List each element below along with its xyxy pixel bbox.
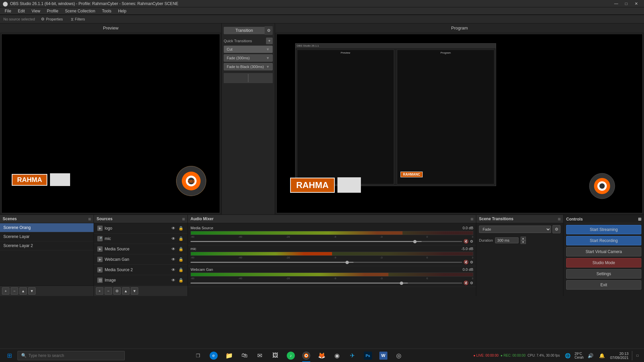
- taskbar-app-taskview[interactable]: ❐: [191, 349, 206, 362]
- transition-settings-button[interactable]: ⚙: [552, 225, 560, 233]
- taskbar-app-mail[interactable]: ✉: [253, 349, 267, 362]
- duration-input[interactable]: [495, 237, 519, 243]
- search-bar[interactable]: 🔍: [17, 351, 125, 360]
- taskbar-app-chrome[interactable]: ◉: [330, 349, 344, 362]
- source-mediasrc2-eye[interactable]: 👁: [170, 266, 177, 273]
- audio-volume-slider-2[interactable]: [191, 262, 462, 263]
- move-scene-down-button[interactable]: ▼: [28, 287, 36, 295]
- move-source-up-button[interactable]: ▲: [122, 287, 129, 295]
- controls-expand-icon[interactable]: ⊞: [638, 217, 641, 222]
- source-settings-button[interactable]: ⚙: [113, 287, 121, 295]
- exit-button[interactable]: Exit: [566, 280, 641, 290]
- close-button[interactable]: ✕: [631, 0, 641, 7]
- source-mediasrc-lock[interactable]: 🔒: [177, 246, 184, 252]
- source-webcam-eye[interactable]: 👁: [170, 256, 177, 263]
- menu-item-help[interactable]: Help: [115, 8, 130, 14]
- move-source-down-button[interactable]: ▼: [131, 287, 138, 295]
- add-source-button[interactable]: +: [96, 287, 103, 295]
- show-desktop-button[interactable]: □: [632, 351, 641, 360]
- source-item-logo[interactable]: ▶ logo 👁 🔒: [94, 223, 187, 234]
- source-item-image[interactable]: 🖼 Image 👁 🔒: [94, 275, 187, 286]
- start-virtual-camera-button[interactable]: Start Virtual Camera: [566, 247, 641, 256]
- audio-mixer-expand-icon[interactable]: ⊞: [471, 217, 473, 221]
- audio-volume-slider-3[interactable]: [191, 283, 462, 284]
- properties-button[interactable]: ⚙ Properties: [39, 16, 65, 22]
- menu-item-file[interactable]: File: [1, 8, 14, 14]
- clock[interactable]: 20:13 07/09/2021: [609, 351, 630, 360]
- scene-item-layar[interactable]: Scerene Layar: [0, 232, 94, 241]
- transition-gear-button[interactable]: ⚙: [265, 26, 273, 35]
- remove-source-button[interactable]: −: [105, 287, 112, 295]
- audio-mute-2[interactable]: 🔇: [464, 260, 469, 264]
- minimize-button[interactable]: —: [611, 0, 621, 7]
- remove-scene-button[interactable]: −: [11, 287, 18, 295]
- cut-transition-button[interactable]: Cut ▼: [224, 46, 273, 53]
- sources-body: ▶ logo 👁 🔒 🎤 mic 👁 🔒 ▶ Media Source: [94, 223, 187, 286]
- source-item-mediasrc2[interactable]: ▶ Media Source 2 👁 🔒: [94, 265, 187, 275]
- source-mic-eye[interactable]: 👁: [170, 235, 177, 242]
- taskbar-app-explorer[interactable]: 📁: [222, 349, 236, 362]
- duration-up-arrow[interactable]: ▲: [521, 237, 526, 240]
- source-logo-eye[interactable]: 👁: [170, 225, 177, 232]
- settings-button[interactable]: Settings: [566, 269, 641, 279]
- source-mediasrc-eye[interactable]: 👁: [170, 246, 177, 252]
- audio-mute-1[interactable]: 🔇: [464, 239, 469, 244]
- notification-icon[interactable]: 🔔: [597, 351, 607, 360]
- source-mediasrc2-lock[interactable]: 🔒: [177, 266, 184, 273]
- fade-black-transition-button[interactable]: Fade to Black (300ms) ▼: [224, 63, 273, 70]
- taskbar-app-store[interactable]: 🛍: [237, 349, 252, 362]
- audio-settings-2[interactable]: ⚙: [470, 260, 473, 264]
- start-button[interactable]: ⊞: [3, 349, 16, 362]
- audio-track-webcam-controls: 🔇 ⚙: [191, 281, 473, 285]
- audio-mute-3[interactable]: 🔇: [464, 281, 469, 285]
- taskbar-app-telegram[interactable]: ✈: [345, 349, 360, 362]
- scene-item-layar2[interactable]: Scerene Layar 2: [0, 241, 94, 250]
- fade-transition-button[interactable]: Fade (300ms) ▼: [224, 54, 273, 62]
- studio-mode-button[interactable]: Studio Mode: [566, 258, 641, 267]
- volume-icon[interactable]: 🔊: [586, 351, 595, 360]
- sources-expand-icon[interactable]: ⊞: [182, 217, 185, 221]
- taskbar-app-photos[interactable]: 🖼: [268, 349, 283, 362]
- start-recording-button[interactable]: Start Recording: [566, 236, 641, 245]
- source-image-eye[interactable]: 👁: [170, 277, 177, 284]
- search-input[interactable]: [29, 353, 121, 358]
- taskbar-app-obs[interactable]: [299, 349, 314, 362]
- audio-volume-slider-1[interactable]: [191, 241, 462, 242]
- maximize-button[interactable]: □: [621, 0, 631, 7]
- source-item-mediasrc[interactable]: ▶ Media Source 👁 🔒: [94, 244, 187, 254]
- taskbar-app-misc[interactable]: ◎: [391, 349, 406, 362]
- source-webcam-lock[interactable]: 🔒: [177, 256, 184, 263]
- source-image-lock[interactable]: 🔒: [177, 277, 184, 284]
- audio-mixer-title: Audio Mixer: [191, 217, 214, 221]
- add-scene-button[interactable]: +: [2, 287, 9, 295]
- network-icon[interactable]: 🌐: [563, 351, 573, 360]
- source-mic-lock[interactable]: 🔒: [177, 235, 184, 242]
- weather-icon[interactable]: 29°C Cerah: [575, 351, 584, 360]
- filters-icon: ⧖: [71, 17, 73, 21]
- scenes-expand-icon[interactable]: ⊞: [88, 217, 91, 221]
- taskbar-app-photoshop[interactable]: Ps: [361, 349, 375, 362]
- source-logo-label: logo: [105, 226, 112, 231]
- menu-item-scene collection[interactable]: Scene Collection: [62, 8, 99, 14]
- menu-item-profile[interactable]: Profile: [44, 8, 62, 14]
- source-item-mic[interactable]: 🎤 mic 👁 🔒: [94, 234, 187, 244]
- start-streaming-button[interactable]: Start Streaming: [566, 225, 641, 234]
- move-scene-up-button[interactable]: ▲: [19, 287, 27, 295]
- menu-item-tools[interactable]: Tools: [99, 8, 115, 14]
- filters-button[interactable]: ⧖ Filters: [69, 16, 87, 22]
- audio-settings-3[interactable]: ⚙: [470, 281, 473, 285]
- taskbar-app-word[interactable]: W: [376, 349, 391, 362]
- scene-item-orang[interactable]: Scerene Orang: [0, 223, 94, 232]
- add-quick-transition-button[interactable]: +: [266, 38, 273, 44]
- taskbar-app-firefox[interactable]: 🦊: [314, 349, 329, 362]
- source-item-webcam[interactable]: ▶ Webcam Gan 👁 🔒: [94, 254, 187, 265]
- menu-item-edit[interactable]: Edit: [14, 8, 28, 14]
- scene-transitions-expand-icon[interactable]: ⊞: [558, 217, 560, 221]
- taskbar-app-edge[interactable]: e: [206, 349, 221, 362]
- audio-settings-1[interactable]: ⚙: [470, 239, 473, 244]
- duration-down-arrow[interactable]: ▼: [521, 240, 526, 244]
- taskbar-app-spotify[interactable]: ♪: [283, 349, 298, 362]
- source-logo-lock[interactable]: 🔒: [177, 225, 184, 232]
- transition-type-select[interactable]: Fade Cut Fade to Black Stinger Slide Lum…: [479, 226, 551, 233]
- menu-item-view[interactable]: View: [28, 8, 44, 14]
